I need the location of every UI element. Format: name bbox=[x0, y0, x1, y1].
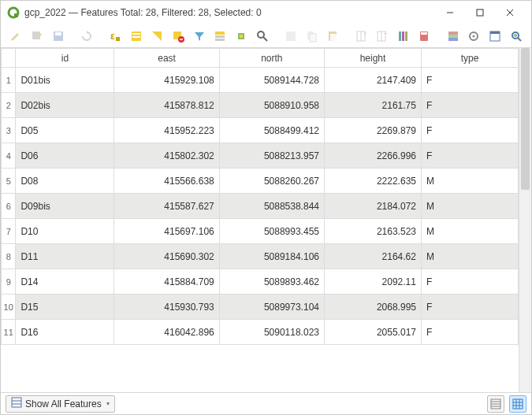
filter-selection-button[interactable] bbox=[190, 27, 208, 46]
reload-button[interactable] bbox=[78, 27, 96, 46]
table-row[interactable]: 4D06415802.3025088213.9572266.996F bbox=[2, 143, 519, 169]
table-row[interactable]: 6D09bis415587.6275088538.8442184.072M bbox=[2, 194, 519, 219]
row-header[interactable]: 10 bbox=[2, 295, 16, 320]
cell-id[interactable]: D14 bbox=[16, 269, 114, 295]
cell-north[interactable]: 5088993.455 bbox=[219, 219, 324, 244]
cell-id[interactable]: D08 bbox=[16, 169, 114, 194]
cell-north[interactable]: 5089144.728 bbox=[219, 68, 324, 93]
table-row[interactable]: 7D10415697.1065088993.4552163.523M bbox=[2, 219, 519, 244]
row-header[interactable]: 3 bbox=[2, 118, 16, 143]
col-header-id[interactable]: id bbox=[16, 49, 114, 68]
row-header[interactable]: 11 bbox=[2, 320, 16, 345]
row-header[interactable]: 1 bbox=[2, 68, 16, 93]
minimize-button[interactable] bbox=[435, 1, 465, 24]
table-row[interactable]: 8D11415690.3025089184.1062164.62M bbox=[2, 244, 519, 269]
cell-height[interactable]: 2222.635 bbox=[324, 169, 421, 194]
cell-east[interactable]: 415587.627 bbox=[114, 194, 219, 219]
col-header-east[interactable]: east bbox=[114, 49, 219, 68]
cell-north[interactable]: 5088260.267 bbox=[219, 169, 324, 194]
attribute-table[interactable]: id east north height type 1D01bis415929.… bbox=[1, 48, 519, 345]
organize-columns-button[interactable] bbox=[395, 27, 413, 46]
cell-type[interactable]: F bbox=[421, 269, 518, 295]
cell-height[interactable]: 2164.62 bbox=[324, 244, 421, 269]
cell-id[interactable]: D01bis bbox=[16, 68, 114, 93]
cell-height[interactable]: 2092.11 bbox=[324, 269, 421, 295]
table-row[interactable]: 3D05415952.2235088499.4122269.879F bbox=[2, 118, 519, 143]
col-header-north[interactable]: north bbox=[219, 49, 324, 68]
cell-east[interactable]: 416042.896 bbox=[114, 320, 219, 345]
cell-height[interactable]: 2055.017 bbox=[324, 320, 421, 345]
col-header-type[interactable]: type bbox=[421, 49, 518, 68]
cell-east[interactable]: 415929.108 bbox=[114, 68, 219, 93]
cell-north[interactable]: 5088213.957 bbox=[219, 143, 324, 169]
cut-button[interactable] bbox=[282, 27, 300, 46]
cell-type[interactable]: M bbox=[421, 219, 518, 244]
cell-east[interactable]: 415930.793 bbox=[114, 295, 219, 320]
col-header-height[interactable]: height bbox=[324, 49, 421, 68]
close-button[interactable] bbox=[495, 1, 525, 24]
row-header[interactable]: 9 bbox=[2, 269, 16, 295]
cell-north[interactable]: 5088538.844 bbox=[219, 194, 324, 219]
table-row[interactable]: 1D01bis415929.1085089144.7282147.409F bbox=[2, 68, 519, 93]
deselect-all-button[interactable] bbox=[169, 27, 188, 46]
table-row[interactable]: 5D08415566.6385088260.2672222.635M bbox=[2, 169, 519, 194]
cell-type[interactable]: M bbox=[421, 194, 518, 219]
corner-cell[interactable] bbox=[2, 49, 16, 68]
cell-id[interactable]: D10 bbox=[16, 219, 114, 244]
cell-east[interactable]: 415802.302 bbox=[114, 143, 219, 169]
move-selection-to-top-button[interactable] bbox=[211, 27, 229, 46]
cell-id[interactable]: D16 bbox=[16, 320, 114, 345]
cell-north[interactable]: 5088910.958 bbox=[219, 93, 324, 118]
conditional-formatting-button[interactable] bbox=[444, 27, 462, 46]
field-calculator-button[interactable] bbox=[415, 27, 433, 46]
table-row[interactable]: 10D15415930.7935089973.1042068.995F bbox=[2, 295, 519, 320]
cell-height[interactable]: 2163.523 bbox=[324, 219, 421, 244]
cell-height[interactable]: 2161.75 bbox=[324, 93, 421, 118]
cell-id[interactable]: D05 bbox=[16, 118, 114, 143]
paste-button[interactable] bbox=[324, 27, 342, 46]
cell-type[interactable]: M bbox=[421, 169, 518, 194]
cell-height[interactable]: 2269.879 bbox=[324, 118, 421, 143]
table-row[interactable]: 11D16416042.8965090118.0232055.017F bbox=[2, 320, 519, 345]
dock-button[interactable] bbox=[486, 27, 504, 46]
cell-north[interactable]: 5089893.462 bbox=[219, 269, 324, 295]
row-header[interactable]: 8 bbox=[2, 244, 16, 269]
cell-north[interactable]: 5089973.104 bbox=[219, 295, 324, 320]
maximize-button[interactable] bbox=[465, 1, 495, 24]
cell-id[interactable]: D02bis bbox=[16, 93, 114, 118]
cell-id[interactable]: D09bis bbox=[16, 194, 114, 219]
cell-east[interactable]: 415697.106 bbox=[114, 219, 219, 244]
vertical-scrollbar[interactable] bbox=[519, 48, 531, 392]
copy-button[interactable] bbox=[303, 27, 321, 46]
cell-type[interactable]: F bbox=[421, 320, 518, 345]
scrollbar-thumb[interactable] bbox=[521, 48, 530, 190]
cell-east[interactable]: 415952.223 bbox=[114, 118, 219, 143]
cell-east[interactable]: 415690.302 bbox=[114, 244, 219, 269]
select-by-expression-button[interactable]: ε bbox=[106, 27, 125, 46]
actions-button[interactable] bbox=[465, 27, 483, 46]
cell-type[interactable]: F bbox=[421, 93, 518, 118]
table-view-button[interactable] bbox=[509, 395, 526, 413]
cell-id[interactable]: D06 bbox=[16, 143, 114, 169]
save-edits-button[interactable] bbox=[49, 27, 67, 46]
cell-id[interactable]: D15 bbox=[16, 295, 114, 320]
cell-type[interactable]: F bbox=[421, 118, 518, 143]
cell-east[interactable]: 415884.709 bbox=[114, 269, 219, 295]
table-row[interactable]: 2D02bis415878.8125088910.9582161.75F bbox=[2, 93, 519, 118]
cell-height[interactable]: 2184.072 bbox=[324, 194, 421, 219]
new-field-button[interactable]: + bbox=[352, 27, 370, 46]
cell-height[interactable]: 2147.409 bbox=[324, 68, 421, 93]
select-all-button[interactable] bbox=[128, 27, 146, 46]
delete-field-button[interactable]: − bbox=[374, 27, 392, 46]
cell-north[interactable]: 5090118.023 bbox=[219, 320, 324, 345]
cell-id[interactable]: D11 bbox=[16, 244, 114, 269]
row-header[interactable]: 2 bbox=[2, 93, 16, 118]
zoom-full-button[interactable] bbox=[507, 27, 525, 46]
toggle-editing-button[interactable] bbox=[7, 27, 25, 46]
row-header[interactable]: 4 bbox=[2, 143, 16, 169]
cell-east[interactable]: 415566.638 bbox=[114, 169, 219, 194]
row-header[interactable]: 7 bbox=[2, 219, 16, 244]
table-row[interactable]: 9D14415884.7095089893.4622092.11F bbox=[2, 269, 519, 295]
multi-edit-button[interactable] bbox=[28, 27, 47, 46]
cell-east[interactable]: 415878.812 bbox=[114, 93, 219, 118]
